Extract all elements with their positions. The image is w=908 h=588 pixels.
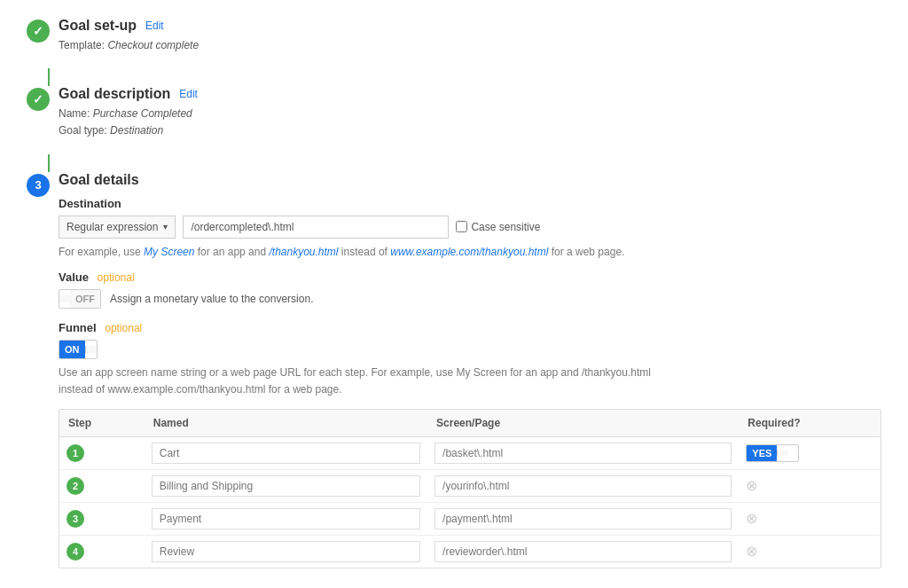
step-cell-2: 2 <box>59 469 145 502</box>
destination-hint: For example, use My Screen for an app an… <box>59 244 881 260</box>
screen-cell-3 <box>427 502 739 535</box>
value-description: Assign a monetary value to the conversio… <box>110 293 313 305</box>
case-sensitive-label: Case sensitive <box>456 221 540 233</box>
destination-row: Regular expression ▾ Case sensitive <box>59 216 881 239</box>
header-required: Required? <box>739 410 881 437</box>
toggle-off-right <box>85 346 97 353</box>
named-cell-1 <box>145 436 427 469</box>
table-row: 4 ⊗ <box>59 535 881 568</box>
header-named: Named <box>145 410 427 437</box>
goal-description-title: Goal description <box>59 86 170 102</box>
destination-label: Destination <box>59 197 881 210</box>
goal-details-section: 3 Goal details Destination Regular expre… <box>27 172 881 568</box>
screen-input-2[interactable] <box>434 475 732 497</box>
goal-setup-section: Goal set-up Edit Template: Checkout comp… <box>27 18 881 54</box>
screen-cell-1 <box>427 436 739 469</box>
step-circle-4: 4 <box>67 543 84 561</box>
goal-setup-meta: Template: Checkout complete <box>59 37 881 54</box>
yes-label-1: YES <box>747 445 777 461</box>
goal-setup-header: Goal set-up Edit <box>59 18 881 34</box>
funnel-table-container: Step Named Screen/Page Required? 1 <box>59 409 881 568</box>
header-screen: Screen/Page <box>427 410 739 437</box>
screen-input-1[interactable] <box>434 443 732 464</box>
goal-description-edit-link[interactable]: Edit <box>179 88 198 100</box>
required-cell-3: ⊗ <box>739 502 881 535</box>
step-cell-4: 4 <box>59 535 145 568</box>
remove-icon-4[interactable]: ⊗ <box>746 544 757 559</box>
connector-line-1 <box>48 68 50 86</box>
table-row: 1 YES <box>59 436 881 469</box>
funnel-label: Funnel optional <box>59 321 881 334</box>
value-label: Value optional <box>59 270 881 284</box>
screen-input-3[interactable] <box>434 508 732 529</box>
name-value: Purchase Completed <box>93 107 192 120</box>
regex-dropdown[interactable]: Regular expression ▾ <box>59 216 176 239</box>
table-row: 3 ⊗ <box>59 502 881 535</box>
value-toggle-row: OFF Assign a monetary value to the conve… <box>59 289 881 309</box>
funnel-toggle-row: ON <box>59 340 881 359</box>
goal-setup-edit-link[interactable]: Edit <box>145 20 164 32</box>
goal-details-icon: 3 <box>27 174 50 197</box>
named-input-1[interactable] <box>152 443 420 464</box>
header-step: Step <box>59 410 145 437</box>
goal-description-content: Goal description Edit Name: Purchase Com… <box>59 86 881 139</box>
check-icon <box>33 24 43 38</box>
goal-details-header: Goal details <box>59 172 881 188</box>
value-optional: optional <box>98 271 135 284</box>
named-input-3[interactable] <box>152 508 420 529</box>
regex-dropdown-label: Regular expression <box>67 221 158 233</box>
name-label: Name: <box>59 107 90 120</box>
step-cell-3: 3 <box>59 502 145 535</box>
goal-setup-icon <box>27 20 50 43</box>
named-input-4[interactable] <box>152 541 420 562</box>
goal-description-section: Goal description Edit Name: Purchase Com… <box>27 86 881 139</box>
goal-description-meta: Name: Purchase Completed Goal type: Dest… <box>59 106 881 139</box>
screen-cell-2 <box>427 469 739 502</box>
named-cell-2 <box>145 469 427 502</box>
named-input-2[interactable] <box>152 475 420 497</box>
named-cell-4 <box>145 535 427 568</box>
no-label-1 <box>777 451 788 456</box>
screen-input-4[interactable] <box>434 541 732 562</box>
remove-icon-3[interactable]: ⊗ <box>746 511 757 526</box>
template-value: Checkout complete <box>107 39 199 51</box>
connector-line-2 <box>48 154 50 172</box>
toggle-on-text: ON <box>59 341 85 358</box>
funnel-hint: Use an app screen name string or a web p… <box>59 365 881 398</box>
goal-details-content: Goal details Destination Regular express… <box>59 172 881 568</box>
named-cell-3 <box>145 502 427 535</box>
step-number: 3 <box>35 178 41 192</box>
funnel-toggle[interactable]: ON <box>59 340 98 359</box>
goal-description-icon <box>27 88 50 111</box>
template-label: Template: <box>59 39 105 51</box>
required-cell-4: ⊗ <box>739 535 881 568</box>
step-circle-2: 2 <box>67 477 84 495</box>
funnel-table: Step Named Screen/Page Required? 1 <box>59 410 881 568</box>
required-cell-1: YES <box>739 436 881 469</box>
screen-cell-4 <box>427 535 739 568</box>
goal-type-value: Destination <box>110 124 163 137</box>
remove-icon-2[interactable]: ⊗ <box>746 478 757 493</box>
goal-setup-title: Goal set-up <box>59 18 137 34</box>
toggle-off-label <box>59 295 70 302</box>
destination-input[interactable] <box>183 216 449 239</box>
value-toggle[interactable]: OFF <box>59 289 101 309</box>
step-circle-3: 3 <box>67 510 84 528</box>
table-row: 2 ⊗ <box>59 469 881 502</box>
goal-setup-content: Goal set-up Edit Template: Checkout comp… <box>59 18 881 54</box>
step-cell-1: 1 <box>59 436 145 469</box>
toggle-off-text: OFF <box>70 290 100 308</box>
funnel-optional: optional <box>105 322 142 334</box>
step-circle-1: 1 <box>67 444 84 462</box>
required-cell-2: ⊗ <box>739 469 881 502</box>
goal-description-header: Goal description Edit <box>59 86 881 102</box>
required-toggle-1[interactable]: YES <box>746 444 799 462</box>
case-sensitive-checkbox[interactable] <box>456 221 467 232</box>
chevron-down-icon: ▾ <box>163 222 168 231</box>
goal-type-label: Goal type: <box>59 124 107 137</box>
check-icon-2 <box>33 92 43 106</box>
goal-details-title: Goal details <box>59 172 139 188</box>
